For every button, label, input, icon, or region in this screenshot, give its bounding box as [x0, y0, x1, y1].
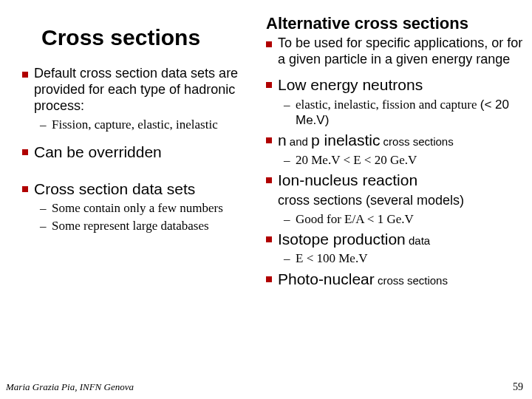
lead2: p inelastic	[311, 132, 380, 149]
right-column: Alternative cross sections To be used fo…	[266, 15, 525, 296]
left-column: Cross sections Default cross section dat…	[22, 15, 266, 241]
tail: data	[406, 234, 430, 247]
tail: cross sections	[375, 274, 448, 287]
item-text: To be used for specific applications, or…	[278, 35, 522, 66]
item-text: Low energy neutrons	[278, 76, 423, 93]
left-list: Default cross section data sets are prov…	[22, 66, 266, 233]
item-text: Default cross section data sets are prov…	[34, 66, 238, 113]
list-item: Isotope production data E < 100 Me.V	[266, 230, 525, 267]
sub-item: Some contain only a few numbers	[40, 200, 266, 216]
sub-item: Good for E/A < 1 Ge.V	[284, 211, 525, 227]
sub-item: 20 Me.V < E < 20 Ge.V	[284, 152, 525, 168]
list-item: Ion-nucleus reaction cross sections (sev…	[266, 171, 525, 227]
slide-title: Cross sections	[41, 25, 266, 50]
list-item: Cross section data sets Some contain onl…	[22, 180, 266, 233]
sub-text: elastic, inelastic, fission and capture	[296, 98, 477, 112]
sub-item: E < 100 Me.V	[284, 250, 525, 266]
item-text: Ion-nucleus reaction	[278, 171, 417, 188]
alt-title: Alternative cross sections	[266, 15, 525, 33]
item-text: Photo-nuclear	[278, 270, 375, 287]
lead: n	[278, 132, 287, 149]
slide: Cross sections Default cross section dat…	[0, 0, 532, 399]
sub-item: Fission, capture, elastic, inelastic	[40, 117, 266, 132]
item-text: Cross section data sets	[34, 180, 195, 197]
right-list: To be used for specific applications, or…	[266, 35, 525, 288]
item-text: Can be overridden	[34, 143, 162, 160]
sub-item: elastic, inelastic, fission and capture …	[284, 97, 525, 129]
list-item: To be used for specific applications, or…	[266, 35, 525, 68]
item-text: Isotope production	[278, 231, 406, 248]
list-item: Low energy neutrons elastic, inelastic, …	[266, 75, 525, 128]
footer-author: Maria Grazia Pia, INFN Genova	[6, 381, 134, 393]
list-item: Can be overridden	[22, 143, 266, 162]
item-line2: cross sections (several models)	[278, 193, 464, 208]
mid: and	[287, 135, 311, 148]
list-item: Photo-nuclear cross sections	[266, 270, 525, 289]
page-number: 59	[513, 381, 523, 393]
tail: cross sections	[380, 135, 453, 148]
list-item: n and p inelastic cross sections 20 Me.V…	[266, 131, 525, 168]
list-item: Default cross section data sets are prov…	[22, 66, 266, 132]
sub-item: Some represent large databases	[40, 218, 266, 233]
